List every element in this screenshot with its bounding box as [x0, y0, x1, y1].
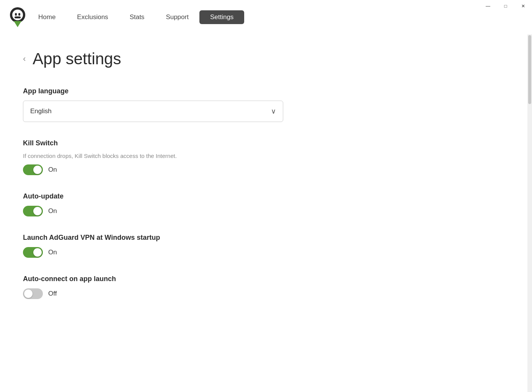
toggle-knob [33, 248, 42, 257]
language-label: App language [23, 87, 504, 95]
auto-update-section: Auto-update On [23, 192, 504, 216]
startup-toggle[interactable] [23, 247, 43, 258]
auto-connect-toggle[interactable] [23, 288, 43, 299]
auto-connect-section: Auto-connect on app launch Off [23, 275, 504, 299]
startup-toggle-row: On [23, 247, 504, 258]
toggle-knob [33, 207, 42, 215]
auto-update-state: On [48, 207, 57, 215]
auto-connect-state: Off [48, 290, 57, 298]
svg-rect-4 [15, 16, 21, 18]
svg-marker-5 [14, 21, 21, 27]
nav-bar: Home Exclusions Stats Support Settings [0, 0, 532, 34]
auto-update-toggle-row: On [23, 206, 504, 216]
auto-connect-toggle-row: Off [23, 288, 504, 299]
kill-switch-toggle[interactable] [23, 164, 43, 175]
language-section: App language English ∨ [23, 87, 504, 122]
svg-rect-3 [18, 13, 20, 16]
auto-update-label: Auto-update [23, 192, 504, 200]
app-logo [8, 7, 28, 27]
back-button[interactable]: ‹ [23, 55, 26, 63]
kill-switch-toggle-row: On [23, 164, 504, 175]
nav-stats[interactable]: Stats [119, 10, 155, 24]
kill-switch-section: Kill Switch If connection drops, Kill Sw… [23, 139, 504, 175]
auto-connect-label: Auto-connect on app launch [23, 275, 504, 283]
nav-exclusions[interactable]: Exclusions [66, 10, 119, 24]
auto-update-toggle[interactable] [23, 206, 43, 216]
page-title: App settings [33, 50, 121, 68]
nav-settings[interactable]: Settings [199, 10, 244, 24]
language-value: English [30, 107, 52, 115]
chevron-down-icon: ∨ [271, 107, 276, 115]
page-header: ‹ App settings [23, 50, 504, 68]
language-dropdown[interactable]: English ∨ [23, 101, 283, 122]
svg-point-1 [12, 10, 23, 20]
scrollbar-thumb[interactable] [528, 35, 531, 104]
svg-rect-2 [15, 13, 17, 16]
nav-links: Home Exclusions Stats Support Settings [28, 10, 524, 24]
kill-switch-label: Kill Switch [23, 139, 504, 147]
nav-home[interactable]: Home [28, 10, 66, 24]
nav-support[interactable]: Support [155, 10, 199, 24]
toggle-knob [24, 290, 33, 298]
toggle-knob [33, 166, 42, 174]
startup-label: Launch AdGuard VPN at Windows startup [23, 234, 504, 242]
startup-section: Launch AdGuard VPN at Windows startup On [23, 234, 504, 258]
scrollbar[interactable] [527, 34, 532, 392]
kill-switch-state: On [48, 166, 57, 174]
kill-switch-description: If connection drops, Kill Switch blocks … [23, 153, 504, 159]
startup-state: On [48, 249, 57, 256]
main-content: ‹ App settings App language English ∨ Ki… [0, 34, 527, 392]
